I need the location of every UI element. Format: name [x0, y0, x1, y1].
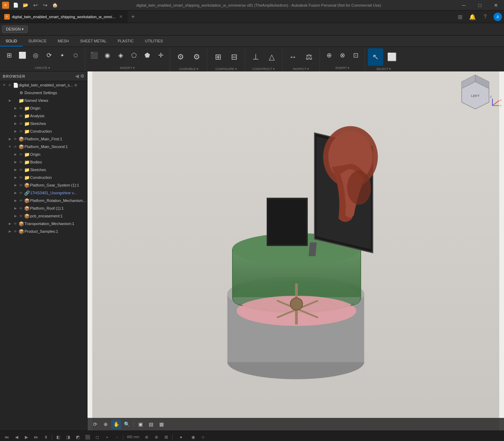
bottom-tool-8[interactable]: ⊕	[142, 433, 151, 441]
design-dropdown[interactable]: DESIGN ▾	[2, 26, 28, 33]
select-group-label[interactable]: SELECT ▾	[376, 66, 391, 71]
tree-item-transport[interactable]: ▶ 👁 📦 Transportation_Mechanism:1	[0, 220, 87, 227]
quick-access[interactable]: 📄 📂 ↩ ↪ 🏠	[11, 1, 59, 10]
tree-item-construction1[interactable]: ▶ 👁 📁 Construction	[0, 127, 87, 135]
inspect-measure-btn[interactable]: ↔	[285, 48, 301, 66]
bottom-tool-6[interactable]: ▪	[103, 433, 112, 441]
extensions-btn[interactable]: ⊞	[454, 10, 466, 23]
inspect-group-label[interactable]: INSPECT ▾	[293, 66, 309, 71]
assemble-group-label[interactable]: ASSEMBLE ▾	[179, 66, 198, 71]
bottom-tool-11[interactable]: ◉	[189, 433, 198, 441]
bottom-tool-10[interactable]: ⊠	[162, 433, 171, 441]
vis-icon-pms[interactable]: 👁	[13, 145, 18, 149]
tree-item-pcb[interactable]: ▶ 👁 📦 pcb_encasement:1	[0, 212, 87, 220]
insert-group-label[interactable]: INSERT ▾	[335, 65, 349, 70]
win-minimize[interactable]: ─	[456, 0, 472, 10]
vp-display-btn[interactable]: ▣	[135, 419, 145, 429]
nav-next-btn[interactable]: ⏭	[31, 433, 41, 441]
tab-solid[interactable]: SOLID	[0, 36, 23, 47]
nav-start-btn[interactable]: ⏮	[2, 433, 11, 441]
configure-params-btn[interactable]: ⊞	[210, 48, 226, 66]
vis-icon-sketches2[interactable]: 👁	[18, 168, 24, 172]
tab-close-icon[interactable]: ✕	[119, 14, 123, 19]
open-btn[interactable]: 📂	[21, 1, 30, 10]
account-btn[interactable]: A	[491, 10, 504, 23]
vp-pan-btn[interactable]: ⊕	[101, 419, 111, 429]
modify-move-btn[interactable]: ✛	[154, 48, 167, 62]
tree-item-root[interactable]: ▼ 👁 📄 digital_twin_enabled_smart_s... ⚙	[0, 81, 87, 89]
nav-play-btn[interactable]: ▶	[22, 433, 31, 441]
assemble-as-built-btn[interactable]: ⚙	[189, 48, 204, 66]
nav-prev-btn[interactable]: ◀	[12, 433, 21, 441]
modify-fillet-btn[interactable]: ◉	[101, 48, 114, 62]
create-group-label[interactable]: CREATE ▾	[35, 65, 50, 70]
vis-icon-bodies[interactable]: 👁	[18, 160, 24, 164]
insert-decal-btn[interactable]: ⊕	[323, 48, 335, 62]
viewport[interactable]: LEFT X Y Z ⟳ ⊕ ✋ 🔍 ▣ ▤ ▦	[88, 71, 504, 430]
tree-item-origin2[interactable]: ▶ 👁 📁 Origin	[0, 150, 87, 158]
vis-icon-ps[interactable]: 👁	[13, 230, 18, 233]
vp-orbit-btn[interactable]: ⟳	[90, 419, 100, 429]
configure-table-btn[interactable]: ⊟	[226, 48, 242, 66]
vis-icon-roof[interactable]: 👁	[18, 206, 24, 210]
create-rib-btn[interactable]: ⬡	[69, 48, 82, 62]
tree-item-platform-main-second[interactable]: ▼ 👁 📦 Platform_Main_Second:1	[0, 143, 87, 150]
modify-shell-btn[interactable]: ⬠	[128, 48, 140, 62]
vis-icon-root[interactable]: 👁	[7, 83, 13, 87]
vp-zoom-btn[interactable]: 🔍	[122, 419, 132, 429]
vp-hand-btn[interactable]: ✋	[111, 419, 121, 429]
insert-canvas-btn[interactable]: ⊗	[336, 48, 349, 62]
tree-item-platform-rot[interactable]: ▶ 👁 📦 Platform_Rotation_Mechanism...	[0, 197, 87, 204]
win-close[interactable]: ✕	[488, 0, 504, 10]
updates-btn[interactable]: 🔔	[466, 10, 479, 23]
create-extrude-btn[interactable]: ⬜	[16, 48, 29, 62]
vis-icon-pr[interactable]: 👁	[18, 199, 24, 203]
bottom-tool-1[interactable]: ◧	[54, 433, 63, 441]
tree-item-platform-gear[interactable]: ▶ 👁 📦 Platform_Gear_System (1):1	[0, 181, 87, 189]
tab-plastic[interactable]: PLASTIC	[112, 36, 139, 47]
nav-pause-btn[interactable]: ⏸	[41, 433, 50, 441]
bottom-tool-12[interactable]: ⊹	[198, 433, 208, 441]
vis-icon-construction2[interactable]: 👁	[18, 176, 24, 180]
construct-plane-btn[interactable]: ⊥	[248, 48, 263, 66]
vis-icon-pcb[interactable]: 👁	[18, 214, 24, 218]
tree-item-sketches1[interactable]: ▶ 👁 📁 Sketches	[0, 120, 87, 127]
vis-icon-17hs[interactable]: 👁	[18, 191, 24, 195]
browser-collapse-icon[interactable]: ◀	[75, 74, 79, 79]
tree-item-17hs3401[interactable]: ▶ 👁 🔗 17HS3401_Usongshine v...	[0, 189, 87, 197]
construct-axis-btn[interactable]: △	[264, 48, 279, 66]
assemble-joint-btn[interactable]: ⚙	[173, 48, 188, 66]
tab-surface[interactable]: SURFACE	[23, 36, 52, 47]
bottom-tool-5[interactable]: ◻	[93, 433, 102, 441]
vis-icon-transport[interactable]: 👁	[13, 222, 18, 226]
help-btn[interactable]: ?	[479, 10, 491, 23]
modify-group-label[interactable]: MODIFY ▾	[120, 65, 135, 70]
create-sweep-btn[interactable]: ⟳	[43, 48, 55, 62]
tree-item-namedviews[interactable]: ▶ 📁 Named Views	[0, 97, 87, 104]
modify-chamfer-btn[interactable]: ◈	[114, 48, 127, 62]
browser-settings-icon[interactable]: ⚙	[80, 74, 84, 79]
home-btn[interactable]: 🏠	[50, 1, 59, 10]
vis-icon-pg[interactable]: 👁	[18, 183, 24, 187]
tree-item-docsettings[interactable]: ⚙ Document Settings	[0, 89, 87, 97]
modify-press-pull-btn[interactable]: ⬛	[88, 48, 100, 62]
configure-group-label[interactable]: CONFIGURE ▾	[215, 66, 237, 71]
tree-item-bodies[interactable]: ▶ 👁 📁 Bodies	[0, 158, 87, 166]
tree-item-origin1[interactable]: ▶ 👁 📁 Origin	[0, 104, 87, 112]
bottom-tool-3[interactable]: ◩	[73, 433, 82, 441]
bottom-tool-4[interactable]: ⬛	[83, 433, 92, 441]
vis-icon-origin2[interactable]: 👁	[18, 153, 24, 156]
vp-grid-btn[interactable]: ▤	[146, 419, 156, 429]
tree-item-platform-main-first[interactable]: ▶ 👁 📦 Platform_Main_First:1	[0, 135, 87, 143]
tab-utilities[interactable]: UTILITIES	[139, 36, 168, 47]
tab-active[interactable]: F digital_twin_enabled_smart_shipping_wo…	[0, 10, 127, 23]
bottom-tool-9[interactable]: ⊗	[152, 433, 161, 441]
bottom-tool-2[interactable]: ◨	[63, 433, 72, 441]
construct-group-label[interactable]: CONSTRUCT ▾	[252, 66, 275, 71]
tab-sheet-metal[interactable]: SHEET METAL	[75, 36, 112, 47]
vp-visual-style-btn[interactable]: ▦	[156, 419, 166, 429]
vis-icon-construction1[interactable]: 👁	[18, 130, 24, 133]
tab-mesh[interactable]: MESH	[52, 36, 75, 47]
inspect-interference-btn[interactable]: ⚖	[301, 48, 317, 66]
vis-icon-analysis[interactable]: 👁	[18, 114, 24, 118]
